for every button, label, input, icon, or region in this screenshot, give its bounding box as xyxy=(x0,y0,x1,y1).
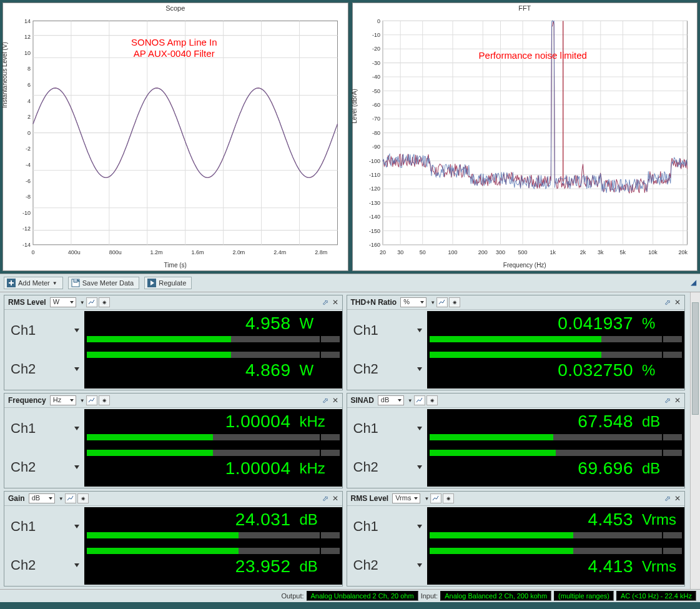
unit-select[interactable]: dB xyxy=(29,493,55,503)
svg-text:-40: -40 xyxy=(372,74,380,80)
svg-text:-50: -50 xyxy=(372,87,380,94)
dropdown-caret-icon[interactable]: ▼ xyxy=(80,300,85,305)
gear-icon[interactable]: ✷ xyxy=(443,493,454,503)
svg-text:20k: 20k xyxy=(678,249,688,255)
svg-text:2.8m: 2.8m xyxy=(315,249,327,255)
play-icon xyxy=(147,279,156,287)
meter-name: THD+N Ratio xyxy=(351,298,397,307)
unit-select[interactable]: Hz xyxy=(50,395,76,405)
svg-text:400u: 400u xyxy=(68,249,81,255)
channel-label[interactable]: Ch1 xyxy=(347,409,427,448)
fft-xlabel: Frequency (Hz) xyxy=(353,262,698,270)
readout-value: 67.548 xyxy=(578,412,633,432)
svg-text:0: 0 xyxy=(31,249,34,255)
scope-xlabel: Time (s) xyxy=(3,262,348,270)
dropdown-caret-icon[interactable]: ▼ xyxy=(424,496,429,502)
add-meter-button[interactable]: Add Meter ▼ xyxy=(4,277,63,289)
chart-icon[interactable] xyxy=(430,493,441,503)
svg-text:3k: 3k xyxy=(598,249,604,255)
dropdown-caret-icon[interactable]: ▼ xyxy=(80,398,85,404)
scope-title: Scope xyxy=(3,3,348,13)
expand-icon[interactable]: ◢ xyxy=(691,278,696,287)
level-bar xyxy=(87,532,340,538)
svg-text:-90: -90 xyxy=(372,144,380,150)
svg-text:-6: -6 xyxy=(26,177,31,184)
channel-label[interactable]: Ch1 xyxy=(4,311,84,350)
meter-panel: THD+N Ratio % ▼ ✷ ⬀ ✕ Ch1 xyxy=(347,295,686,390)
gear-icon[interactable]: ✷ xyxy=(449,297,460,307)
gear-icon[interactable]: ✷ xyxy=(99,297,110,307)
input-ranges[interactable]: (multiple ranges) xyxy=(554,591,614,601)
channel-label[interactable]: Ch1 xyxy=(4,409,84,448)
close-icon[interactable]: ✕ xyxy=(332,396,338,405)
channel-label[interactable]: Ch2 xyxy=(347,546,427,585)
readout-value: 4.453 xyxy=(588,510,633,530)
readout-unit: W xyxy=(300,315,337,332)
meter-name: SINAD xyxy=(351,396,374,405)
svg-text:10k: 10k xyxy=(648,249,658,255)
popout-icon[interactable]: ⬀ xyxy=(664,494,671,503)
chart-icon[interactable] xyxy=(65,493,76,503)
gear-icon[interactable]: ✷ xyxy=(426,395,438,405)
channel-label[interactable]: Ch2 xyxy=(4,448,84,487)
meter-name: RMS Level xyxy=(351,494,389,503)
output-value[interactable]: Analog Unbalanced 2 Ch, 20 ohm xyxy=(307,591,418,601)
readout-value: 69.696 xyxy=(578,458,633,478)
meter-panel: RMS Level Vrms ▼ ✷ ⬀ ✕ Ch1 xyxy=(347,491,686,587)
add-meter-label: Add Meter xyxy=(18,279,50,287)
popout-icon[interactable]: ⬀ xyxy=(322,396,328,405)
svg-text:-10: -10 xyxy=(22,210,31,216)
svg-text:2k: 2k xyxy=(579,249,586,255)
svg-text:-10: -10 xyxy=(372,32,380,38)
scrollbar-thumb[interactable] xyxy=(692,302,699,415)
regulate-button[interactable]: Regulate xyxy=(144,277,192,289)
channel-label[interactable]: Ch2 xyxy=(4,350,84,389)
unit-select[interactable]: Vrms xyxy=(392,493,420,503)
chart-icon[interactable] xyxy=(414,395,425,405)
input-coupling[interactable]: AC (<10 Hz) - 22.4 kHz xyxy=(616,591,696,601)
readout-unit: Vrms xyxy=(642,511,679,528)
svg-text:-8: -8 xyxy=(26,194,31,200)
close-icon[interactable]: ✕ xyxy=(674,494,681,503)
meter-name: RMS Level xyxy=(8,298,46,307)
readout-unit: dB xyxy=(642,460,679,477)
unit-select[interactable]: % xyxy=(400,297,426,307)
input-value[interactable]: Analog Balanced 2 Ch, 200 kohm xyxy=(440,591,551,601)
svg-text:8: 8 xyxy=(27,66,31,72)
chart-icon[interactable] xyxy=(436,297,448,307)
close-icon[interactable]: ✕ xyxy=(674,298,681,307)
close-icon[interactable]: ✕ xyxy=(674,396,681,405)
readout-unit: dB xyxy=(300,558,337,575)
close-icon[interactable]: ✕ xyxy=(332,298,338,307)
svg-text:100: 100 xyxy=(448,249,457,255)
save-meter-button[interactable]: Save Meter Data xyxy=(68,277,140,289)
readout-value: 4.869 xyxy=(245,360,291,380)
readout-value: 4.413 xyxy=(588,557,633,577)
popout-icon[interactable]: ⬀ xyxy=(664,298,671,307)
svg-text:-14: -14 xyxy=(22,242,31,248)
channel-label[interactable]: Ch1 xyxy=(4,507,84,546)
dropdown-caret-icon[interactable]: ▼ xyxy=(59,496,64,502)
close-icon[interactable]: ✕ xyxy=(332,494,338,503)
channel-label[interactable]: Ch2 xyxy=(347,350,427,389)
channel-label[interactable]: Ch2 xyxy=(4,546,84,585)
scope-plot[interactable]: -14-12-10-8-6-4-202468101214 0400u800u1.… xyxy=(6,16,343,259)
gear-icon[interactable]: ✷ xyxy=(77,493,89,503)
channel-label[interactable]: Ch1 xyxy=(347,507,427,546)
fft-plot[interactable]: -160-150-140-130-120-110-100-90-80-70-60… xyxy=(355,16,693,259)
chart-icon[interactable] xyxy=(86,297,97,307)
chart-icon[interactable] xyxy=(86,395,97,405)
popout-icon[interactable]: ⬀ xyxy=(322,298,328,307)
meter-panel: RMS Level W ▼ ✷ ⬀ ✕ Ch1 xyxy=(4,295,343,390)
gear-icon[interactable]: ✷ xyxy=(99,395,110,405)
scrollbar[interactable] xyxy=(690,292,700,589)
dropdown-caret-icon[interactable]: ▼ xyxy=(408,398,413,404)
unit-select[interactable]: W xyxy=(50,297,76,307)
svg-text:-70: -70 xyxy=(372,116,380,122)
channel-label[interactable]: Ch1 xyxy=(347,311,427,350)
popout-icon[interactable]: ⬀ xyxy=(322,494,328,503)
unit-select[interactable]: dB xyxy=(378,395,404,405)
channel-label[interactable]: Ch2 xyxy=(347,448,427,487)
popout-icon[interactable]: ⬀ xyxy=(664,396,671,405)
dropdown-caret-icon[interactable]: ▼ xyxy=(430,300,435,305)
